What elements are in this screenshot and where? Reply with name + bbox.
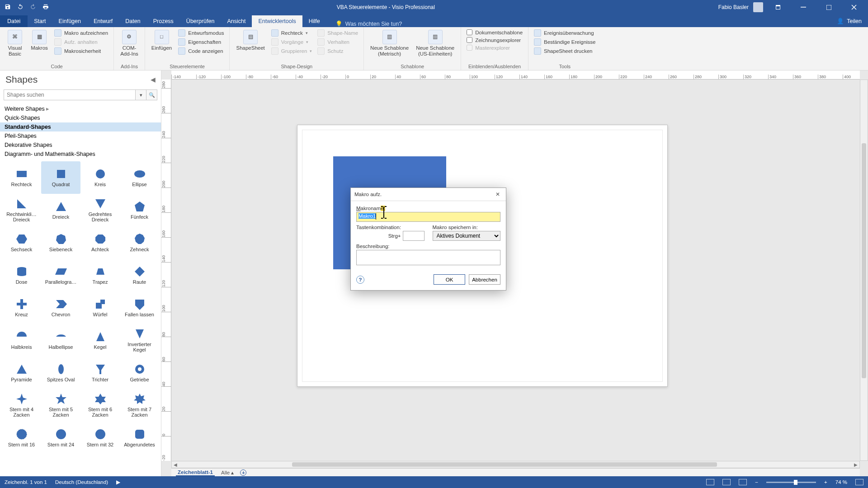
- shape-item[interactable]: Dreieck: [41, 194, 80, 226]
- help-icon[interactable]: ?: [356, 276, 364, 284]
- sheet-tab-1[interactable]: Zeichenblatt-1: [176, 469, 215, 476]
- shape-item[interactable]: Abgerundetes: [120, 422, 159, 454]
- shape-item[interactable]: Kreuz: [2, 291, 41, 324]
- shape-item[interactable]: Achteck: [80, 226, 120, 259]
- print-shapesheet-button[interactable]: ShapeSheet drucken: [533, 47, 596, 55]
- page-indicator[interactable]: Zeichenbl. 1 von 1: [5, 479, 47, 485]
- shape-item[interactable]: Sechseck: [2, 226, 41, 259]
- com-addins-button[interactable]: ⚙COM- Add-Ins: [118, 29, 140, 58]
- save-in-select[interactable]: Aktives Dokument: [433, 231, 501, 241]
- shape-category[interactable]: Weitere Shapes: [0, 104, 161, 113]
- rectangle-tool-button[interactable]: Rechteck▾: [270, 29, 313, 37]
- print-icon[interactable]: [42, 4, 49, 11]
- dialog-close-icon[interactable]: ✕: [493, 190, 502, 199]
- shape-item[interactable]: Ellipse: [120, 161, 159, 194]
- shape-item[interactable]: Halbkreis: [2, 324, 41, 357]
- shape-item[interactable]: Dose: [2, 259, 41, 291]
- search-dropdown-icon[interactable]: ▾: [136, 89, 146, 100]
- maximize-icon[interactable]: [818, 0, 839, 14]
- collapse-panel-icon[interactable]: ◀: [151, 76, 156, 83]
- shape-item[interactable]: Kegel: [80, 324, 120, 357]
- shapes-search-input[interactable]: [4, 89, 136, 100]
- shape-item[interactable]: Stern mit 7 Zacken: [120, 389, 159, 422]
- shortcut-key-input[interactable]: [403, 231, 425, 241]
- shape-item[interactable]: Stern mit 5 Zacken: [41, 389, 80, 422]
- shape-item[interactable]: Halbellipse: [41, 324, 80, 357]
- tab-help[interactable]: Hilfe: [302, 15, 326, 27]
- minimize-icon[interactable]: [793, 0, 814, 14]
- shape-category[interactable]: Pfeil-Shapes: [0, 131, 161, 141]
- ok-button[interactable]: OK: [434, 274, 465, 285]
- shape-item[interactable]: Stern mit 6 Zacken: [80, 389, 120, 422]
- drawing-explorer-check[interactable]: Zeichnungsexplorer: [466, 37, 524, 43]
- tab-file[interactable]: Datei: [0, 15, 28, 27]
- shape-item[interactable]: Kreis: [80, 161, 120, 194]
- presentation-mode-icon[interactable]: [706, 479, 714, 485]
- shape-item[interactable]: Parallelogra…: [41, 259, 80, 291]
- new-stencil-metric-button[interactable]: ▥Neue Schablone (Metrisch): [368, 29, 410, 58]
- search-go-icon[interactable]: 🔍: [146, 89, 157, 100]
- all-pages-button[interactable]: Alle ▴: [221, 469, 234, 476]
- share-button[interactable]: 👤 Teilen: [830, 15, 868, 27]
- undo-icon[interactable]: [17, 4, 24, 11]
- shape-item[interactable]: Stern mit 32: [80, 422, 120, 454]
- user-name[interactable]: Fabio Basler: [718, 4, 749, 10]
- view-code-button[interactable]: Code anzeigen: [177, 47, 225, 55]
- shape-category[interactable]: Dekorative Shapes: [0, 141, 161, 150]
- language-indicator[interactable]: Deutsch (Deutschland): [55, 479, 108, 485]
- shape-item[interactable]: Quadrat: [41, 161, 80, 194]
- fit-width-icon[interactable]: [739, 479, 747, 485]
- shape-item[interactable]: Stern mit 4 Zacken: [2, 389, 41, 422]
- scrollbar-vertical[interactable]: [860, 80, 868, 461]
- design-mode-button[interactable]: Entwurfsmodus: [177, 29, 225, 37]
- shape-item[interactable]: Invertierter Kegel: [120, 324, 159, 357]
- tab-start[interactable]: Start: [28, 15, 52, 27]
- shape-item[interactable]: Chevron: [41, 291, 80, 324]
- shape-item[interactable]: Rechteck: [2, 161, 41, 194]
- cancel-button[interactable]: Abbrechen: [469, 274, 500, 285]
- macros-button[interactable]: ▦Makros: [29, 29, 50, 52]
- shape-item[interactable]: Getriebe: [120, 357, 159, 389]
- tab-review[interactable]: Überprüfen: [180, 15, 221, 27]
- zoom-in-icon[interactable]: +: [824, 479, 827, 485]
- shape-item[interactable]: Siebeneck: [41, 226, 80, 259]
- tab-data[interactable]: Daten: [119, 15, 146, 27]
- zoom-out-icon[interactable]: −: [755, 479, 758, 485]
- close-icon[interactable]: [844, 0, 864, 14]
- fit-page-icon[interactable]: [722, 479, 731, 485]
- macro-name-input[interactable]: Makro1: [359, 213, 376, 219]
- persistent-events-button[interactable]: Beständige Ereignisse: [533, 38, 596, 46]
- shape-item[interactable]: Zehneck: [120, 226, 159, 259]
- shape-item[interactable]: Trapez: [80, 259, 120, 291]
- new-stencil-us-button[interactable]: ▥Neue Schablone (US-Einheiten): [414, 29, 456, 58]
- ribbon-options-icon[interactable]: [768, 0, 788, 14]
- shape-item[interactable]: Fünfeck: [120, 194, 159, 226]
- redo-icon[interactable]: [30, 4, 36, 11]
- zoom-value[interactable]: 74 %: [835, 479, 847, 485]
- shape-item[interactable]: Gedrehtes Dreieck: [80, 194, 120, 226]
- tell-me[interactable]: 💡 Was möchten Sie tun?: [335, 20, 402, 27]
- shape-item[interactable]: Würfel: [80, 291, 120, 324]
- shape-category[interactable]: Diagramm- und Mathematik-Shapes: [0, 150, 161, 159]
- scrollbar-horizontal[interactable]: ◀▶: [171, 461, 860, 468]
- visual-basic-button[interactable]: ⌘Visual Basic: [5, 29, 25, 58]
- record-macro-button[interactable]: Makro aufzeichnen: [53, 29, 109, 37]
- doc-stencil-check[interactable]: Dokumentschablone: [466, 29, 524, 36]
- shape-item[interactable]: Stern mit 16: [2, 422, 41, 454]
- add-page-button[interactable]: +: [240, 469, 246, 476]
- shape-item[interactable]: Pyramide: [2, 357, 41, 389]
- fullscreen-icon[interactable]: [855, 479, 863, 485]
- shape-item[interactable]: Raute: [120, 259, 159, 291]
- tab-design[interactable]: Entwurf: [87, 15, 119, 27]
- tab-insert[interactable]: Einfügen: [52, 15, 87, 27]
- properties-button[interactable]: Eigenschaften: [177, 38, 225, 46]
- macro-security-button[interactable]: Makrosicherheit: [53, 47, 109, 55]
- shape-category[interactable]: Quick-Shapes: [0, 113, 161, 122]
- tab-developer[interactable]: Entwicklertools: [252, 15, 302, 27]
- shapesheet-button[interactable]: ▤ShapeSheet: [234, 29, 266, 52]
- zoom-slider[interactable]: [766, 482, 816, 483]
- description-input[interactable]: [356, 250, 500, 265]
- save-icon[interactable]: [5, 4, 11, 11]
- shape-item[interactable]: Rechtwinkli… Dreieck: [2, 194, 41, 226]
- event-monitor-button[interactable]: Ereignisüberwachung: [533, 29, 596, 37]
